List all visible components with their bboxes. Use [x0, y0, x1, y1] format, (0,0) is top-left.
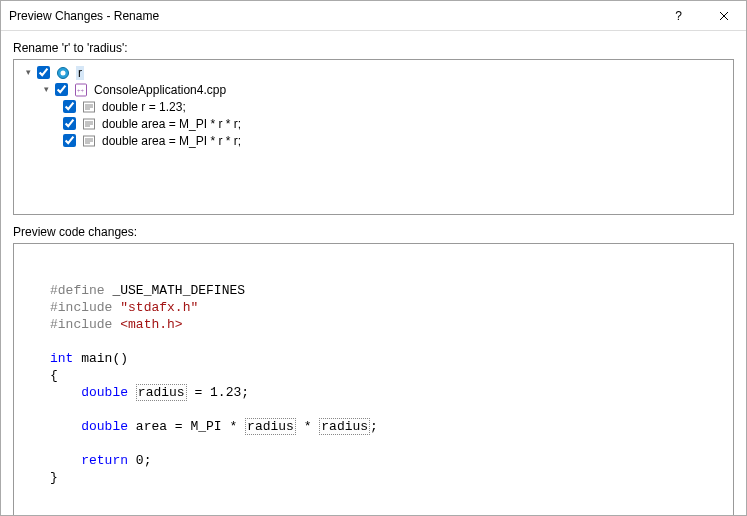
window-title: Preview Changes - Rename [9, 9, 656, 23]
titlebar: Preview Changes - Rename ? [1, 1, 746, 31]
reference-icon [81, 99, 97, 115]
file-checkbox[interactable] [55, 83, 68, 96]
tree-ref-row[interactable]: double area = M_PI * r * r; [16, 132, 731, 149]
rename-heading: Rename 'r' to 'radius': [13, 41, 734, 55]
tree-root-label: r [76, 66, 84, 80]
close-button[interactable] [701, 1, 746, 30]
ref-checkbox[interactable] [63, 100, 76, 113]
tree-ref-row[interactable]: double area = M_PI * r * r; [16, 115, 731, 132]
collapse-icon[interactable]: ▾ [40, 84, 52, 96]
tree-root-row[interactable]: ▾ r [16, 64, 731, 81]
dialog-content: Rename 'r' to 'radius': ▾ r ▾ ++ Console… [1, 31, 746, 516]
code-content: #define _USE_MATH_DEFINES #include "stda… [14, 282, 733, 492]
rename-highlight: radius [245, 418, 296, 435]
variable-icon [55, 65, 71, 81]
help-button[interactable]: ? [656, 1, 701, 30]
code-preview[interactable]: #define _USE_MATH_DEFINES #include "stda… [13, 243, 734, 516]
collapse-icon[interactable]: ▾ [22, 67, 34, 79]
rename-highlight: radius [136, 384, 187, 401]
ref-checkbox[interactable] [63, 134, 76, 147]
preview-heading: Preview code changes: [13, 225, 734, 239]
tree-ref-row[interactable]: double r = 1.23; [16, 98, 731, 115]
tree-file-row[interactable]: ▾ ++ ConsoleApplication4.cpp [16, 81, 731, 98]
cpp-file-icon: ++ [73, 82, 89, 98]
tree-ref-label: double r = 1.23; [102, 100, 186, 114]
svg-point-1 [61, 70, 66, 75]
reference-icon [81, 133, 97, 149]
tree-ref-label: double area = M_PI * r * r; [102, 117, 241, 131]
tree-ref-label: double area = M_PI * r * r; [102, 134, 241, 148]
ref-checkbox[interactable] [63, 117, 76, 130]
svg-text:++: ++ [77, 88, 84, 94]
reference-icon [81, 116, 97, 132]
changes-tree[interactable]: ▾ r ▾ ++ ConsoleApplication4.cpp double … [13, 59, 734, 215]
close-icon [719, 11, 729, 21]
root-checkbox[interactable] [37, 66, 50, 79]
tree-file-label: ConsoleApplication4.cpp [94, 83, 226, 97]
rename-highlight: radius [319, 418, 370, 435]
